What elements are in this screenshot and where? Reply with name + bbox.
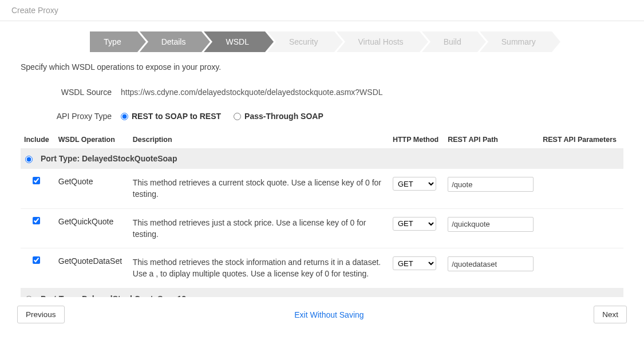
port-type-radio-2[interactable] [25,296,33,297]
radio-pass-through-label: Pass-Through SOAP [244,112,323,121]
rest-path-input[interactable] [448,217,534,232]
radio-pass-through[interactable]: Pass-Through SOAP [234,112,323,121]
exit-without-saving-link[interactable]: Exit Without Saving [294,310,364,319]
step-virtual-hosts: Virtual Hosts [337,31,420,52]
step-summary: Summary [480,31,552,52]
previous-button[interactable]: Previous [17,306,65,323]
include-checkbox[interactable] [33,217,40,224]
th-path: REST API Path [444,131,539,148]
instruction-text: Specify which WSDL operations to expose … [11,62,633,83]
port-type-row-1: Port Type: DelayedStockQuoteSoap [21,148,623,169]
wizard-steps: Type Details WSDL Security Virtual Hosts… [11,21,633,62]
table-row: GetQuoteDataSet This method retrieves th… [21,248,623,288]
http-method-select[interactable]: GET [393,177,436,191]
radio-pass-through-input[interactable] [234,113,241,120]
th-method: HTTP Method [389,131,444,148]
step-details[interactable]: Details [140,31,202,52]
table-row: GetQuickQuote This method retrieves just… [21,208,623,248]
step-wsdl[interactable]: WSDL [204,31,264,52]
http-method-select[interactable]: GET [393,256,436,270]
port-type-label-2: Port Type: DelayedStockQuoteSoap12 [41,294,186,297]
operation-name: GetQuote [55,169,129,208]
radio-rest-to-soap[interactable]: REST to SOAP to REST [121,112,221,121]
port-type-row-2: Port Type: DelayedStockQuoteSoap12 [21,288,623,297]
th-operation: WSDL Operation [55,131,129,148]
include-checkbox[interactable] [33,256,40,264]
operation-description: This method retrieves the stock informat… [129,248,389,288]
th-include: Include [21,131,55,148]
operation-name: GetQuoteDataSet [55,248,129,288]
operation-description: This method retrieves just a stock price… [129,208,389,248]
api-proxy-type-row: API Proxy Type REST to SOAP to REST Pass… [11,107,633,125]
step-security: Security [267,31,334,52]
http-method-select[interactable]: GET [393,217,436,231]
operation-name: GetQuickQuote [55,208,129,248]
step-type[interactable]: Type [90,31,137,52]
operation-description: This method retrieves a current stock qu… [129,169,389,208]
wsdl-source-row: WSDL Source https://ws.cdyne.com/delayed… [11,83,633,101]
port-type-label-1: Port Type: DelayedStockQuoteSoap [41,154,177,163]
th-params: REST API Parameters [539,131,623,148]
port-type-radio-1[interactable] [25,156,33,163]
next-button[interactable]: Next [594,306,627,323]
include-checkbox[interactable] [33,177,40,184]
radio-rest-to-soap-input[interactable] [121,113,128,120]
rest-path-input[interactable] [448,256,534,271]
radio-rest-to-soap-label: REST to SOAP to REST [132,112,221,121]
step-build: Build [422,31,477,52]
page-title: Create Proxy [0,0,644,21]
operations-table: Include WSDL Operation Description HTTP … [21,131,623,297]
operations-table-container[interactable]: Include WSDL Operation Description HTTP … [21,131,623,297]
main-panel: Type Details WSDL Security Virtual Hosts… [11,21,633,331]
footer: Previous Exit Without Saving Next [11,297,633,331]
th-description: Description [129,131,389,148]
wsdl-source-value: https://ws.cdyne.com/delayedstockquote/d… [121,88,623,97]
wsdl-source-label: WSDL Source [21,88,121,97]
rest-path-input[interactable] [448,177,534,192]
api-proxy-type-label: API Proxy Type [21,112,121,121]
table-row: GetQuote This method retrieves a current… [21,169,623,208]
